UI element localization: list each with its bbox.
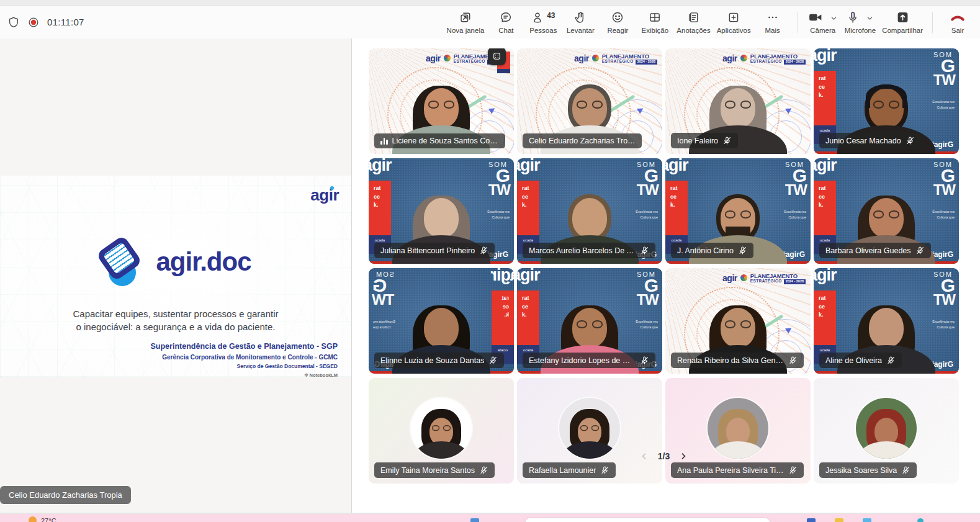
silhouette-glasses — [724, 320, 752, 329]
silhouette-glasses — [872, 210, 901, 219]
toolbar-button-compartilhar-label: Compartilhar — [882, 27, 923, 34]
participants-grid: agirPLANEJAMENTOESTRATÉGICO2024 - 2028Li… — [369, 48, 959, 484]
org-line-seged: Serviço de Gestão Documental - SEGED — [151, 363, 338, 369]
toolbar-button-pessoas[interactable]: 43Pessoas — [524, 9, 562, 35]
planejamento-logo-circle — [592, 55, 599, 61]
toolbar-button-chat-label: Chat — [498, 27, 513, 34]
smile-icon — [611, 11, 624, 24]
participant-name-pill: Marcos Aurelio Barcelos De An... — [523, 243, 655, 258]
backdrop-agir-planejamento-logo: agirPLANEJAMENTOESTRATÉGICO2024 - 2028 — [722, 273, 806, 284]
toolbar-button-reagir[interactable]: Reagir — [599, 9, 636, 35]
estrategico-row: ESTRATÉGICO2024 - 2028 — [750, 60, 806, 65]
notebooklm-credit: ✻ NotebookLM — [151, 372, 338, 377]
agir-wordmark: agir — [574, 53, 589, 63]
previous-page-icon[interactable] — [639, 451, 649, 461]
participant-tile[interactable]: agirPLANEJAMENTOESTRATÉGICO2024 - 2028Li… — [369, 48, 514, 154]
mic-off-icon — [640, 356, 649, 365]
notes-icon — [687, 11, 701, 24]
shared-content-stage: agir agir.doc Capacitar equipes, sustent… — [0, 38, 352, 513]
toolbar-button-aplicativos[interactable]: Aplicativos — [714, 9, 754, 35]
layout-icon — [648, 11, 662, 24]
participant-name: Celio Eduardo Zacharias Tropia — [529, 137, 636, 145]
chevron-down-icon[interactable] — [830, 14, 838, 22]
mic-off-icon — [600, 466, 609, 475]
agir-doc-logo-row: agir.doc — [0, 238, 351, 286]
more-icon — [766, 11, 780, 24]
participant-name-pill: Ana Paula Pereira Silveira Tillm... — [671, 462, 804, 478]
hand-icon — [573, 11, 587, 24]
toolbar-button-compartilhar[interactable]: Compartilhar — [879, 9, 926, 35]
taskbar-icon-sliver[interactable] — [807, 518, 816, 522]
participant-tile[interactable]: agirratcek.ocadaSOMGTWExcelência recCult… — [517, 158, 662, 264]
agir-wordmark: agir — [722, 53, 737, 63]
mic-off-icon — [488, 356, 498, 365]
participant-tile[interactable]: agirPLANEJAMENTOESTRATÉGICO2024 - 2028Re… — [665, 268, 811, 374]
next-page-icon[interactable] — [678, 451, 688, 461]
planejamento-text-col: PLANEJAMENTOESTRATÉGICO2024 - 2028 — [750, 273, 806, 284]
estrategico-label: ESTRATÉGICO — [454, 60, 485, 64]
toolbar-button-sair[interactable]: Sair — [939, 9, 976, 35]
toolbar-button-nova-janela[interactable]: Nova janela — [444, 9, 488, 35]
meeting-timer: 01:11:07 — [47, 17, 84, 27]
taskbar-icon-sliver[interactable] — [917, 518, 924, 522]
participant-name: Jessika Soares Silva — [825, 466, 897, 475]
mic-off-icon — [906, 136, 915, 145]
toolbar-button-exibicao[interactable]: Exibição — [636, 9, 673, 35]
taskbar-icon-sliver[interactable] — [863, 518, 871, 522]
participant-tile[interactable]: agirratcek.ocadaSOMGTWExcelência recCult… — [369, 158, 514, 264]
participant-tile[interactable]: Emily Taina Moreira Santos — [369, 378, 514, 484]
participant-tile[interactable]: agirratcek.ocadaSOMGTWExcelência recCult… — [665, 158, 811, 264]
toolbar-button-mais[interactable]: Mais — [754, 9, 791, 35]
windows-taskbar[interactable]: 27°C — [0, 513, 980, 522]
avatar — [559, 398, 620, 459]
estrategico-row: ESTRATÉGICO2024 - 2028 — [750, 279, 806, 284]
tile-options-button[interactable] — [488, 48, 506, 65]
participant-name-pill: Ione Faleiro — [671, 133, 738, 148]
taskbar-icon-sliver[interactable] — [470, 518, 479, 522]
participant-tile[interactable]: agirratcek.ocadaSOMGTWExcelência recCult… — [517, 268, 662, 374]
leave-icon — [950, 11, 966, 24]
silhouette-glasses — [427, 101, 456, 109]
participant-tile[interactable]: agirratcek.ocadaSOMGTWExcelência recCult… — [814, 268, 959, 374]
window-top-strip — [0, 0, 980, 6]
planejamento-logo-circle — [740, 274, 747, 281]
mic-off-icon — [886, 356, 896, 365]
participant-name: Liciene de Souza Santos Coelho — [392, 137, 499, 145]
agir-wordmark: agir — [426, 53, 441, 63]
participant-tile[interactable]: agirratcek.ocadaSOMGTWExcelência recCult… — [814, 48, 959, 154]
participant-tile[interactable]: Jessika Soares Silva — [814, 378, 959, 484]
participant-name: Elinne Luzia de Souza Dantas — [380, 356, 484, 365]
backdrop-agir-wordmark: agir — [491, 268, 514, 285]
toolbar-button-anotacoes[interactable]: Anotações — [673, 9, 713, 35]
mic-off-icon — [738, 246, 747, 255]
agir-logo: agir — [310, 186, 339, 205]
backdrop-agir-wordmark: agir — [517, 158, 540, 175]
participant-tile[interactable]: agirPLANEJAMENTOESTRATÉGICO2024 - 2028Ce… — [517, 48, 662, 154]
participant-tile[interactable]: agirPLANEJAMENTOESTRATÉGICO2024 - 2028Io… — [665, 48, 811, 154]
participant-name: Marcos Aurelio Barcelos De An... — [529, 246, 636, 255]
chevron-down-icon[interactable] — [866, 14, 874, 22]
voice-activity-icon — [380, 138, 388, 145]
participant-tile[interactable]: agirratcek.ocadaSOMGTWExcelência recCult… — [814, 158, 959, 264]
mic-off-icon — [479, 466, 488, 475]
camera-icon — [807, 11, 824, 24]
participant-name-pill: Aline de Oliveira — [819, 353, 902, 368]
toolbar-button-microfone[interactable]: Microfone — [842, 9, 879, 35]
participant-name: Renata Ribeiro da Silva Genesi — [677, 356, 784, 365]
participant-name: Ana Paula Pereira Silveira Tillm... — [677, 466, 784, 475]
grid-pagination: 1/3 — [369, 451, 959, 461]
taskbar-search-box[interactable] — [524, 517, 771, 522]
toolbar-button-sair-label: Sair — [951, 27, 964, 34]
participant-tile[interactable]: Ana Paula Pereira Silveira Tillm... — [665, 378, 811, 484]
toolbar-button-chat[interactable]: Chat — [487, 9, 524, 35]
toolbar-button-camera[interactable]: Câmera — [804, 9, 842, 35]
agir-logo-dot — [330, 186, 334, 190]
taskbar-icon-sliver[interactable] — [835, 518, 843, 522]
silhouette-head — [424, 308, 459, 348]
avatar — [708, 398, 768, 459]
toolbar-button-levantar[interactable]: Levantar — [562, 9, 599, 35]
silhouette-head — [424, 198, 459, 238]
participant-tile[interactable]: Rafaella Lamounier — [517, 378, 662, 484]
participant-tile[interactable]: agirratcek.ocadaSOMGTWExcelência recCult… — [369, 268, 514, 374]
participant-name: Aline de Oliveira — [825, 356, 882, 365]
